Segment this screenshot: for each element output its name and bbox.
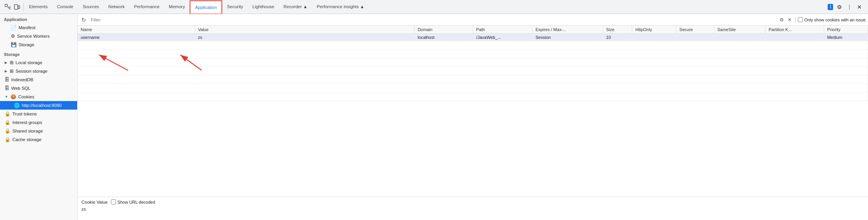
- tab-performance[interactable]: Performance: [130, 0, 164, 14]
- col-httponly[interactable]: HttpOnly: [632, 26, 676, 34]
- sidebar-item-session-storage[interactable]: ▶ ⊞ Session storage: [0, 67, 77, 75]
- show-cookies-issue-checkbox-label[interactable]: Only show cookies with an issue: [798, 17, 866, 22]
- empty-row-7: [78, 93, 868, 101]
- col-priority[interactable]: Priority: [824, 26, 868, 34]
- sidebar-item-cache-storage[interactable]: 🔒 Cache storage: [0, 135, 77, 144]
- sidebar-item-cookies-label: Cookies: [18, 94, 35, 99]
- sidebar-item-trust-tokens-label: Trust tokens: [12, 112, 37, 116]
- close-devtools-icon[interactable]: ✕: [856, 3, 863, 11]
- sidebar-item-service-workers[interactable]: ⚙ Service Workers: [0, 32, 77, 40]
- sidebar-item-trust-tokens[interactable]: 🔒 Trust tokens: [0, 110, 77, 118]
- settings-icon[interactable]: ⚙: [835, 3, 843, 11]
- tab-network[interactable]: Network: [104, 0, 129, 14]
- storage-app-icon: 💾: [11, 42, 17, 47]
- cell-value: zs: [195, 34, 414, 41]
- tab-memory[interactable]: Memory: [164, 0, 190, 14]
- interest-groups-icon: 🔒: [5, 120, 10, 125]
- filter-input[interactable]: [89, 17, 777, 23]
- col-secure[interactable]: Secure: [676, 26, 714, 34]
- sidebar-item-web-sql[interactable]: 🗄 Web SQL: [0, 84, 77, 93]
- devtools-tabs: Elements Console Sources Network Perform…: [24, 0, 824, 14]
- col-path[interactable]: Path: [473, 26, 532, 34]
- sidebar-item-localhost-label: http://localhost:8080: [22, 103, 62, 108]
- service-workers-icon: ⚙: [11, 33, 15, 39]
- col-expires[interactable]: Expires / Max-...: [532, 26, 603, 34]
- cell-partitionk: [765, 34, 824, 41]
- sidebar-item-indexeddb[interactable]: 🗄 IndexedDB: [0, 75, 77, 84]
- expand-local-storage-icon: ▶: [5, 61, 7, 65]
- cell-samesite: [714, 34, 765, 41]
- sidebar-item-manifest[interactable]: 📄 Manifest: [0, 23, 77, 32]
- sidebar-item-interest-groups-label: Interest groups: [12, 120, 42, 125]
- show-url-decoded-label[interactable]: Show URL decoded: [111, 199, 155, 204]
- cookies-icon: 🍪: [10, 94, 16, 100]
- empty-row-4: [78, 67, 868, 75]
- cell-size: 10: [603, 34, 632, 41]
- sidebar-item-indexeddb-label: IndexedDB: [11, 77, 33, 82]
- show-cookies-issue-checkbox[interactable]: [798, 17, 803, 22]
- sidebar-section-storage: Storage: [0, 49, 77, 58]
- filter-icons: ⚙ ✕: [778, 16, 793, 23]
- col-samesite[interactable]: SameSite: [714, 26, 765, 34]
- sidebar-item-shared-storage-label: Shared storage: [12, 129, 43, 133]
- notification-badge: 1: [828, 4, 833, 10]
- tab-performance-insights[interactable]: Performance insights ▲: [312, 0, 369, 14]
- main-area: Application 📄 Manifest ⚙ Service Workers…: [0, 14, 868, 220]
- filter-clear-icon[interactable]: ✕: [787, 16, 793, 23]
- sidebar-item-local-storage[interactable]: ▶ ⊞ Local storage: [0, 58, 77, 67]
- tab-sources[interactable]: Sources: [78, 0, 104, 14]
- sidebar-item-interest-groups[interactable]: 🔒 Interest groups: [0, 118, 77, 127]
- tab-application[interactable]: Application: [190, 0, 222, 14]
- col-name[interactable]: Name: [78, 26, 195, 34]
- tab-recorder[interactable]: Recorder ▲: [279, 0, 312, 14]
- col-partitionk[interactable]: Partition K...: [765, 26, 824, 34]
- cell-name: username: [78, 34, 195, 41]
- reload-button[interactable]: ↻: [80, 16, 88, 24]
- sidebar-item-storage-app[interactable]: 💾 Storage: [0, 40, 77, 49]
- device-toolbar-icon[interactable]: [13, 3, 21, 11]
- cookies-table-area: Name Value Domain Path Expires / Max-...…: [78, 26, 868, 197]
- session-storage-icon: ⊞: [10, 68, 14, 74]
- manifest-icon: 📄: [11, 25, 17, 30]
- sidebar-item-cookies[interactable]: ▼ 🍪 Cookies: [0, 93, 77, 101]
- tab-security[interactable]: Security: [222, 0, 248, 14]
- empty-row-5: [78, 75, 868, 84]
- sidebar-item-local-storage-label: Local storage: [16, 60, 42, 65]
- cookie-value-panel: Cookie Value Show URL decoded zs: [78, 197, 868, 220]
- col-size[interactable]: Size: [603, 26, 632, 34]
- col-domain[interactable]: Domain: [414, 26, 473, 34]
- empty-row-3: [78, 58, 868, 67]
- topbar-right: 1 ⚙ ⋮ ✕: [825, 3, 866, 11]
- sidebar-item-session-storage-label: Session storage: [16, 69, 47, 73]
- more-options-icon[interactable]: ⋮: [846, 3, 853, 11]
- filter-settings-icon[interactable]: ⚙: [778, 16, 785, 23]
- sidebar: Application 📄 Manifest ⚙ Service Workers…: [0, 14, 78, 220]
- show-cookies-issue-label: Only show cookies with an issue: [804, 17, 866, 22]
- content-area: ↻ ⚙ ✕ Only show cookies with an issue: [78, 14, 868, 220]
- cell-priority: Medium: [824, 34, 868, 41]
- sidebar-item-shared-storage[interactable]: 🔒 Shared storage: [0, 127, 77, 135]
- empty-row-1: [78, 41, 868, 50]
- filter-bar: ↻ ⚙ ✕ Only show cookies with an issue: [78, 14, 868, 26]
- table-row[interactable]: username zs localhost /JavaWeb_... Sessi…: [78, 34, 868, 41]
- sidebar-item-localhost-8080[interactable]: 🌐 http://localhost:8080: [0, 101, 77, 110]
- svg-rect-1: [14, 5, 18, 9]
- cache-storage-icon: 🔒: [5, 137, 10, 142]
- table-header-row: Name Value Domain Path Expires / Max-...…: [78, 26, 868, 34]
- sidebar-item-cache-storage-label: Cache storage: [12, 137, 41, 142]
- tab-lighthouse[interactable]: Lighthouse: [248, 0, 279, 14]
- svg-rect-2: [18, 6, 20, 9]
- show-url-decoded-checkbox[interactable]: [111, 199, 116, 204]
- inspect-element-icon[interactable]: [4, 3, 12, 11]
- sidebar-item-manifest-label: Manifest: [19, 25, 35, 30]
- expand-session-storage-icon: ▶: [5, 69, 7, 73]
- cookie-value-header: Cookie Value Show URL decoded: [81, 199, 864, 204]
- empty-row-2: [78, 50, 868, 58]
- tab-elements[interactable]: Elements: [24, 0, 52, 14]
- localhost-icon: 🌐: [14, 103, 20, 108]
- tab-console[interactable]: Console: [52, 0, 78, 14]
- shared-storage-icon: 🔒: [5, 128, 10, 134]
- col-value[interactable]: Value: [195, 26, 414, 34]
- svg-rect-0: [5, 4, 7, 7]
- cookie-value-label: Cookie Value: [81, 200, 108, 204]
